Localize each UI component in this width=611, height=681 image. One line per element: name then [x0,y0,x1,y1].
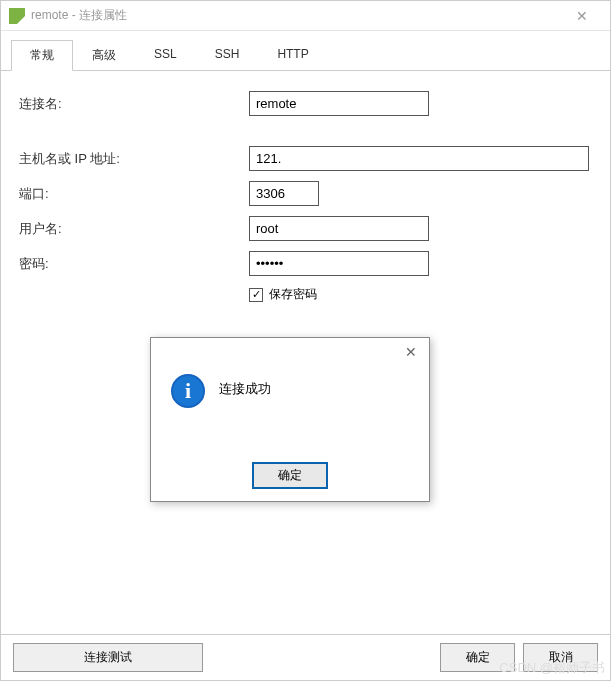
tab-ssh[interactable]: SSH [196,40,259,71]
save-password-checkbox[interactable]: ✓ [249,288,263,302]
password-input[interactable] [249,251,429,276]
save-password-label: 保存密码 [269,286,317,303]
dialog-footer: 确定 [151,450,429,501]
app-icon [9,8,25,24]
port-input[interactable] [249,181,319,206]
user-label: 用户名: [19,220,249,238]
tab-ssl[interactable]: SSL [135,40,196,71]
cancel-button[interactable]: 取消 [523,643,598,672]
conn-name-input[interactable] [249,91,429,116]
message-dialog: ✕ i 连接成功 确定 [150,337,430,502]
info-icon: i [171,374,205,408]
user-input[interactable] [249,216,429,241]
tab-http[interactable]: HTTP [258,40,327,71]
host-input[interactable] [249,146,589,171]
titlebar: remote - 连接属性 ✕ [1,1,610,31]
ok-button[interactable]: 确定 [440,643,515,672]
save-password-row[interactable]: ✓ 保存密码 [249,286,592,303]
dialog-close-icon[interactable]: ✕ [401,344,421,360]
test-connection-button[interactable]: 连接测试 [13,643,203,672]
conn-name-label: 连接名: [19,95,249,113]
dialog-body: i 连接成功 [151,366,429,450]
tab-bar: 常规 高级 SSL SSH HTTP [1,31,610,71]
dialog-message: 连接成功 [219,374,271,398]
dialog-ok-button[interactable]: 确定 [252,462,328,489]
host-label: 主机名或 IP 地址: [19,150,249,168]
tab-general[interactable]: 常规 [11,40,73,71]
password-label: 密码: [19,255,249,273]
close-icon[interactable]: ✕ [562,8,602,24]
footer: 连接测试 确定 取消 [1,634,610,680]
port-label: 端口: [19,185,249,203]
dialog-header: ✕ [151,338,429,366]
tab-advanced[interactable]: 高级 [73,40,135,71]
window-title: remote - 连接属性 [31,7,562,24]
